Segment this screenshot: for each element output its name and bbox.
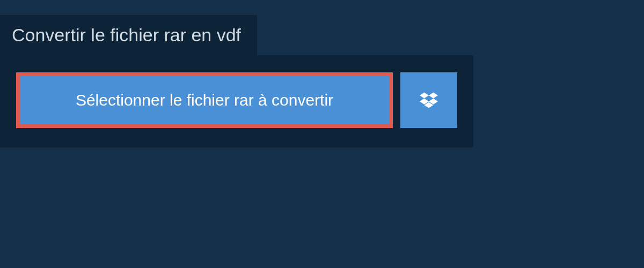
- header-tab: Convertir le fichier rar en vdf: [0, 15, 257, 55]
- upload-panel: Sélectionner le fichier rar à convertir: [0, 55, 473, 147]
- button-row: Sélectionner le fichier rar à convertir: [16, 72, 457, 128]
- select-file-label: Sélectionner le fichier rar à convertir: [76, 91, 333, 109]
- dropbox-icon: [420, 92, 438, 108]
- page-title: Convertir le fichier rar en vdf: [12, 25, 241, 46]
- select-file-button[interactable]: Sélectionner le fichier rar à convertir: [16, 72, 393, 128]
- dropbox-button[interactable]: [400, 72, 457, 128]
